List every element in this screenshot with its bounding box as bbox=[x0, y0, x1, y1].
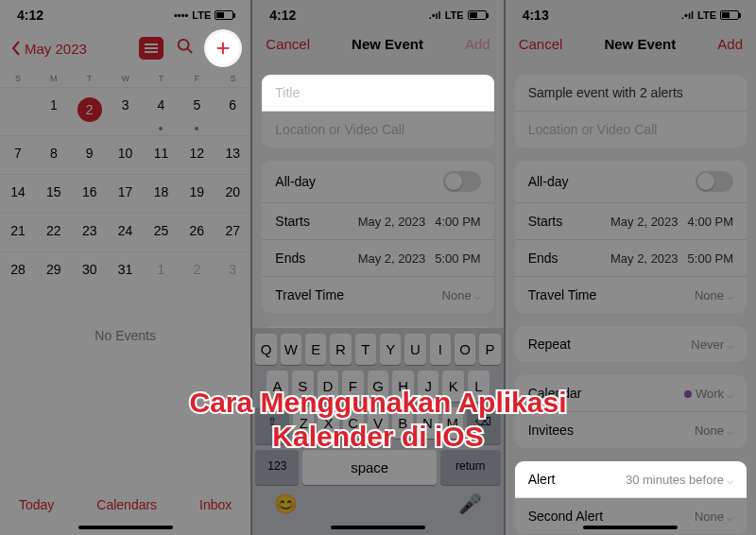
location-input[interactable]: Location or Video Call bbox=[262, 112, 493, 147]
key-y[interactable]: Y bbox=[380, 334, 401, 365]
calendar-day[interactable]: 13 bbox=[215, 135, 250, 174]
title-input[interactable]: Title bbox=[262, 75, 493, 112]
calendar-day[interactable]: 5 bbox=[179, 87, 215, 135]
cancel-button[interactable]: Cancel bbox=[519, 36, 563, 52]
chevron-icon: ⌵ bbox=[727, 510, 733, 524]
calendar-day[interactable]: 4 bbox=[144, 87, 180, 135]
calendar-day[interactable]: 3 bbox=[215, 251, 250, 290]
calendar-day[interactable]: 10 bbox=[108, 135, 144, 174]
alert-row[interactable]: Alert30 minutes before⌵ bbox=[515, 461, 747, 498]
footer-inbox[interactable]: Inbox bbox=[199, 497, 232, 512]
calendar-grid[interactable]: 1234567891011121314151617181920212223242… bbox=[0, 87, 250, 290]
key-p[interactable]: P bbox=[479, 334, 500, 365]
calendar-day[interactable]: 1 bbox=[144, 251, 180, 290]
calendar-day[interactable]: 6 bbox=[215, 87, 250, 135]
cancel-button[interactable]: Cancel bbox=[266, 36, 310, 52]
calendar-day[interactable]: 9 bbox=[72, 135, 108, 174]
calendar-day[interactable] bbox=[0, 87, 36, 135]
calendar-day[interactable]: 1 bbox=[36, 87, 72, 135]
key-t[interactable]: T bbox=[355, 334, 376, 365]
calendar-day[interactable]: 14 bbox=[0, 174, 36, 213]
space-key[interactable]: space bbox=[302, 450, 437, 485]
mic-key[interactable]: 🎤 bbox=[458, 492, 482, 515]
calendar-day[interactable]: 17 bbox=[108, 174, 144, 213]
calendar-day[interactable]: 21 bbox=[0, 213, 36, 251]
allday-row[interactable]: All-day bbox=[262, 161, 493, 203]
calendar-day[interactable]: 18 bbox=[144, 174, 180, 213]
title-input[interactable]: Sample event with 2 alerts bbox=[515, 75, 747, 112]
chevron-icon: ⌵ bbox=[727, 289, 733, 302]
status-time: 4:12 bbox=[17, 8, 43, 23]
ends-row[interactable]: EndsMay 2, 20235:00 PM bbox=[262, 240, 493, 277]
nav-title: New Event bbox=[352, 36, 423, 52]
battery-icon bbox=[720, 10, 739, 20]
starts-row[interactable]: StartsMay 2, 20234:00 PM bbox=[515, 203, 747, 240]
ends-row[interactable]: EndsMay 2, 20235:00 PM bbox=[515, 240, 747, 277]
home-indicator[interactable] bbox=[583, 526, 678, 529]
key-u[interactable]: U bbox=[404, 334, 425, 365]
key-o[interactable]: O bbox=[455, 334, 475, 365]
chevron-icon: ⌵ bbox=[727, 338, 733, 352]
calendar-day[interactable]: 24 bbox=[108, 213, 144, 251]
status-time: 4:12 bbox=[269, 8, 296, 23]
calendar-day[interactable]: 25 bbox=[144, 213, 180, 251]
starts-row[interactable]: StartsMay 2, 20234:00 PM bbox=[262, 203, 493, 240]
calendar-day[interactable]: 2 bbox=[72, 87, 108, 135]
calendar-day[interactable]: 8 bbox=[36, 135, 72, 174]
footer-today[interactable]: Today bbox=[19, 497, 54, 512]
home-indicator[interactable] bbox=[331, 526, 425, 529]
calendar-day[interactable]: 28 bbox=[0, 251, 36, 290]
calendar-day[interactable]: 22 bbox=[36, 213, 72, 251]
calendar-day[interactable]: 31 bbox=[108, 251, 144, 290]
add-button[interactable]: Add bbox=[465, 36, 490, 52]
calendar-day[interactable]: 15 bbox=[36, 174, 72, 213]
footer-calendars[interactable]: Calendars bbox=[96, 497, 157, 512]
battery-icon bbox=[468, 10, 487, 20]
return-key[interactable]: return bbox=[440, 450, 501, 485]
allday-toggle[interactable] bbox=[443, 171, 481, 192]
allday-row[interactable]: All-day bbox=[515, 161, 747, 203]
calendar-day[interactable]: 30 bbox=[72, 251, 108, 290]
travel-row[interactable]: Travel TimeNone⌵ bbox=[515, 277, 747, 313]
calendar-day[interactable]: 19 bbox=[179, 174, 215, 213]
calendar-day[interactable]: 23 bbox=[72, 213, 108, 251]
repeat-row[interactable]: RepeatNever⌵ bbox=[515, 326, 747, 362]
home-indicator[interactable] bbox=[78, 526, 173, 529]
status-network: ••••LTE bbox=[174, 9, 233, 21]
emoji-key[interactable]: 😊 bbox=[274, 492, 298, 515]
calendar-day[interactable]: 3 bbox=[108, 87, 144, 135]
calendar-day[interactable]: 11 bbox=[144, 135, 180, 174]
no-events-label: No Events bbox=[0, 290, 250, 381]
key-q[interactable]: Q bbox=[255, 334, 276, 365]
calendar-day[interactable]: 2 bbox=[179, 251, 215, 290]
svg-point-0 bbox=[179, 40, 189, 50]
add-button[interactable]: Add bbox=[717, 36, 743, 52]
phone-calendar: 4:12 ••••LTE May 2023 SMTWTFS 1234 bbox=[0, 0, 252, 535]
status-time: 4:13 bbox=[523, 8, 549, 23]
chevron-icon: ⌵ bbox=[474, 289, 481, 302]
calendar-day[interactable]: 16 bbox=[72, 174, 108, 213]
key-w[interactable]: W bbox=[281, 334, 301, 365]
search-icon[interactable] bbox=[177, 38, 194, 59]
svg-line-1 bbox=[188, 49, 193, 54]
calendar-day[interactable]: 26 bbox=[179, 213, 215, 251]
calendar-day[interactable]: 27 bbox=[215, 213, 250, 251]
add-event-button[interactable] bbox=[207, 32, 239, 64]
nav-title: New Event bbox=[604, 36, 676, 52]
key-i[interactable]: I bbox=[430, 334, 451, 365]
weekday-header: SMTWTFS bbox=[0, 70, 250, 87]
battery-icon bbox=[215, 10, 233, 20]
key-r[interactable]: R bbox=[330, 334, 351, 365]
calendar-day[interactable]: 29 bbox=[36, 251, 72, 290]
list-view-button[interactable] bbox=[139, 37, 163, 60]
travel-row[interactable]: Travel TimeNone⌵ bbox=[262, 277, 493, 313]
calendar-day[interactable]: 12 bbox=[179, 135, 215, 174]
status-network: .•ılLTE bbox=[681, 9, 739, 21]
calendar-day[interactable]: 20 bbox=[215, 174, 250, 213]
location-input[interactable]: Location or Video Call bbox=[515, 112, 747, 147]
back-button[interactable]: May 2023 bbox=[11, 41, 87, 57]
numeric-key[interactable]: 123 bbox=[255, 450, 299, 485]
calendar-day[interactable]: 7 bbox=[0, 135, 36, 174]
allday-toggle[interactable] bbox=[696, 171, 733, 192]
key-e[interactable]: E bbox=[305, 334, 326, 365]
